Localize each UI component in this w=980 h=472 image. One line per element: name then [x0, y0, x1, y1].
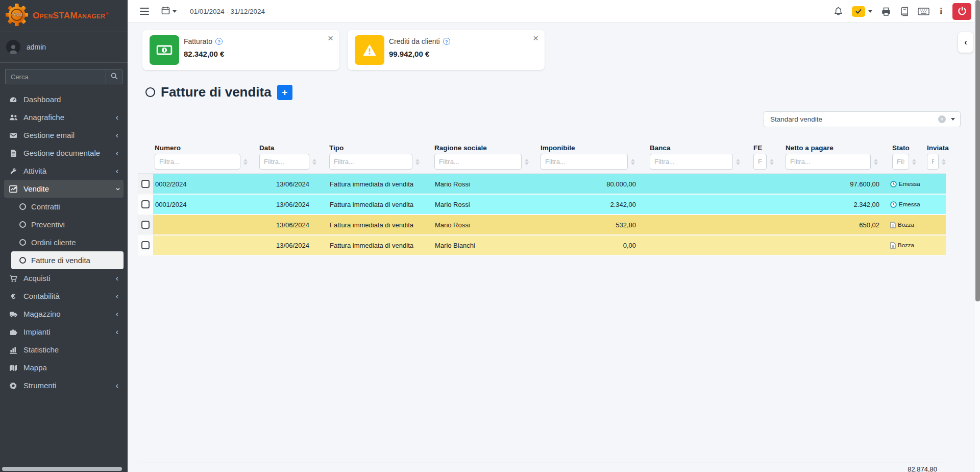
help-icon[interactable]: ?	[215, 38, 223, 45]
status-label: Emessa	[899, 181, 920, 187]
info-button[interactable]: i	[938, 6, 944, 16]
vertical-scrollbar[interactable]	[974, 0, 980, 472]
widget-value: 82.342,00 €	[184, 50, 224, 58]
search-input[interactable]	[5, 69, 106, 84]
filter-fe-input[interactable]	[753, 154, 767, 170]
sort-arrows[interactable]	[525, 159, 529, 165]
cell-inviata	[920, 195, 946, 214]
sort-arrows[interactable]	[874, 159, 878, 165]
cell-inviata	[920, 215, 946, 234]
brand[interactable]: OSM OpenSTAManager®	[0, 0, 128, 32]
sort-arrows[interactable]	[770, 159, 774, 165]
column-header-numero[interactable]: Numero	[155, 144, 258, 152]
add-invoice-button[interactable]: +	[277, 85, 292, 100]
table-row[interactable]: 0001/2024 13/06/2024 Fattura immediata d…	[138, 195, 946, 215]
sidebar-horizontal-scrollbar[interactable]	[2, 467, 122, 471]
cell-tipo: Fattura immediata di vendita	[328, 195, 433, 214]
sidebar-item-acquisti[interactable]: Acquisti ‹	[4, 269, 124, 287]
column-header-inviata[interactable]: Inviata	[927, 144, 946, 152]
sidebar-item-mappa[interactable]: Mappa	[4, 359, 124, 376]
cell-banca	[645, 174, 750, 194]
cell-netto-a-pagare: 650,02	[782, 215, 888, 234]
sidebar-item-contratti[interactable]: Contratti	[4, 198, 124, 216]
cell-data: 13/06/2024	[258, 235, 328, 255]
sort-arrows[interactable]	[243, 159, 248, 165]
sidebar-item-impianti[interactable]: Impianti ‹	[4, 323, 124, 341]
filter-banca-input[interactable]	[650, 154, 733, 170]
gear-icon	[8, 382, 18, 390]
sidebar-item-contabilita[interactable]: € Contabilità ‹	[4, 287, 124, 305]
sidebar-item-dashboard[interactable]: Dashboard	[4, 90, 124, 108]
logout-power-button[interactable]	[952, 3, 971, 20]
sidebar-item-strumenti[interactable]: Strumenti ‹	[4, 376, 124, 394]
filter-inviata-input[interactable]	[927, 154, 939, 170]
sidebar-item-ordini-cliente[interactable]: Ordini cliente	[4, 233, 124, 251]
cell-imponibile: 0,00	[539, 235, 645, 255]
cell-data: 13/06/2024	[258, 215, 328, 234]
sidebar-toggle-button[interactable]	[140, 8, 149, 15]
table-row[interactable]: 13/06/2024 Fattura immediata di vendita …	[138, 215, 946, 235]
chevron-left-icon: ‹	[116, 131, 118, 139]
chart-line-icon	[8, 185, 18, 193]
scrollbar-thumb[interactable]	[975, 0, 980, 301]
table-row[interactable]: 0002/2024 13/06/2024 Fattura immediata d…	[138, 174, 946, 195]
sort-arrows[interactable]	[912, 159, 916, 165]
filter-netto-input[interactable]	[786, 154, 871, 170]
tasks-check-button[interactable]	[852, 6, 865, 17]
puzzle-piece-icon	[8, 328, 18, 336]
cell-data: 13/06/2024	[258, 195, 328, 214]
column-header-imponibile[interactable]: Imponibile	[541, 144, 645, 152]
user-panel[interactable]: admin	[0, 32, 128, 63]
column-header-netto-a-pagare[interactable]: Netto a pagare	[786, 144, 888, 152]
sidebar-item-fatture-di-vendita[interactable]: Fatture di vendita	[11, 251, 124, 269]
row-checkbox[interactable]	[141, 180, 150, 188]
chevron-down-icon[interactable]	[868, 10, 872, 13]
sidebar-item-gestione-email[interactable]: Gestione email ‹	[4, 126, 124, 144]
filter-data-input[interactable]	[259, 154, 309, 170]
clear-icon[interactable]: ×	[938, 115, 946, 123]
row-checkbox[interactable]	[141, 200, 150, 208]
cell-netto-a-pagare	[782, 235, 888, 255]
sort-arrows[interactable]	[736, 159, 740, 165]
column-header-ragione-sociale[interactable]: Ragione sociale	[434, 144, 539, 152]
filter-imponibile-input[interactable]	[541, 154, 628, 170]
column-header-tipo[interactable]: Tipo	[329, 144, 433, 152]
sort-arrows[interactable]	[631, 159, 635, 165]
cell-numero: 0002/2024	[153, 174, 258, 194]
date-range-picker-button[interactable]	[161, 6, 177, 17]
row-checkbox[interactable]	[141, 221, 150, 229]
cell-netto-a-pagare: 2.342,00	[782, 195, 888, 214]
column-header-data[interactable]: Data	[259, 144, 328, 152]
filter-numero-input[interactable]	[155, 154, 240, 170]
sidebar-item-statistiche[interactable]: Statistiche	[4, 341, 124, 359]
sidebar-item-magazzino[interactable]: Magazzino ‹	[4, 305, 124, 323]
close-icon[interactable]: ×	[533, 33, 538, 43]
print-button[interactable]	[881, 7, 891, 16]
filter-ragione-sociale-input[interactable]	[434, 154, 522, 170]
sort-arrows[interactable]	[942, 159, 946, 165]
keyboard-shortcuts-button[interactable]	[918, 8, 929, 15]
sort-arrows[interactable]	[415, 159, 420, 165]
chevron-left-icon: ‹	[116, 382, 118, 390]
column-header-fe[interactable]: FE	[753, 144, 782, 152]
search-button[interactable]	[106, 69, 122, 84]
filter-stato-input[interactable]	[892, 154, 909, 170]
manual-book-button[interactable]	[900, 7, 909, 16]
sort-arrows[interactable]	[312, 159, 316, 165]
close-icon[interactable]: ×	[328, 33, 333, 43]
filter-tipo-input[interactable]	[329, 154, 412, 170]
help-icon[interactable]: ?	[443, 38, 450, 45]
sidebar-item-anagrafiche[interactable]: Anagrafiche ‹	[4, 108, 124, 126]
sidebar-item-attivita[interactable]: Attività ‹	[4, 162, 124, 180]
sidebar-item-preventivi[interactable]: Preventivi	[4, 216, 124, 233]
module-filter-select[interactable]: Standard vendite ×	[764, 111, 961, 127]
notifications-bell-button[interactable]	[834, 6, 843, 16]
table-row[interactable]: 13/06/2024 Fattura immediata di vendita …	[138, 235, 946, 256]
column-header-banca[interactable]: Banca	[650, 144, 750, 152]
row-checkbox[interactable]	[141, 241, 150, 249]
widgets-panel-collapse-button[interactable]: ‹	[958, 32, 973, 53]
cell-numero: 0001/2024	[153, 195, 258, 214]
column-header-stato[interactable]: Stato	[892, 144, 920, 152]
sidebar-item-vendite[interactable]: Vendite ‹	[4, 180, 124, 198]
sidebar-item-gestione-documentale[interactable]: Gestione documentale ‹	[4, 144, 124, 162]
